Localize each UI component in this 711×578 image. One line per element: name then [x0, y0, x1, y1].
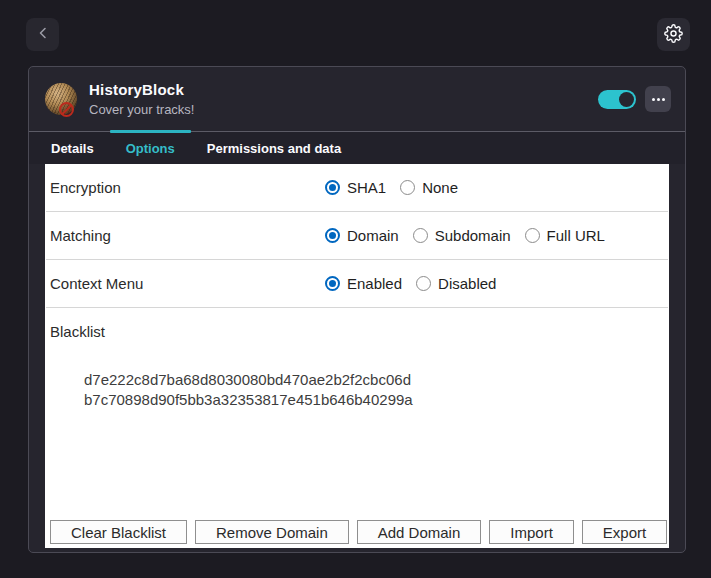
context-menu-label: Context Menu	[50, 275, 325, 292]
detail-tabbar: Details Options Permissions and data	[29, 131, 685, 164]
option-row-matching: Matching Domain Subdomain Full URL	[46, 212, 668, 260]
blacklist-entry[interactable]: b7c70898d90f5bb3a32353817e451b646b40299a	[84, 390, 664, 410]
radio-full-url[interactable]: Full URL	[525, 227, 605, 244]
tab-details[interactable]: Details	[35, 132, 110, 164]
option-row-context-menu: Context Menu Enabled Disabled	[46, 260, 668, 308]
import-button[interactable]: Import	[489, 520, 574, 544]
radio-none[interactable]: None	[400, 179, 458, 196]
radio-button-icon[interactable]	[416, 276, 431, 291]
radio-button-icon[interactable]	[325, 228, 340, 243]
radio-domain[interactable]: Domain	[325, 227, 399, 244]
extension-icon	[45, 83, 77, 115]
tab-permissions[interactable]: Permissions and data	[191, 132, 357, 164]
addons-manager-page: HistoryBlock Cover your tracks! Details …	[0, 0, 711, 578]
toggle-knob	[619, 92, 634, 107]
more-options-button[interactable]	[645, 86, 671, 112]
blacklist-section: Blacklist d7e222c8d7ba68d8030080bd470ae2…	[45, 308, 669, 548]
encryption-label: Encryption	[50, 179, 325, 196]
add-domain-button[interactable]: Add Domain	[357, 520, 482, 544]
extension-detail-card: HistoryBlock Cover your tracks! Details …	[28, 66, 686, 553]
radio-disabled[interactable]: Disabled	[416, 275, 496, 292]
extension-header: HistoryBlock Cover your tracks!	[29, 67, 685, 131]
ellipsis-icon	[652, 98, 655, 101]
header-actions	[598, 86, 671, 112]
chevron-left-icon	[36, 26, 50, 43]
encryption-radio-group: SHA1 None	[325, 179, 458, 196]
prohibition-badge-icon	[59, 102, 74, 117]
enable-toggle[interactable]	[598, 90, 636, 109]
export-button[interactable]: Export	[582, 520, 667, 544]
blacklist-list[interactable]: d7e222c8d7ba68d8030080bd470ae2b2f2cbc06d…	[84, 370, 664, 410]
remove-domain-button[interactable]: Remove Domain	[195, 520, 349, 544]
blacklist-actions: Clear Blacklist Remove Domain Add Domain…	[50, 520, 664, 544]
gear-icon	[664, 24, 683, 46]
radio-button-icon[interactable]	[325, 180, 340, 195]
matching-label: Matching	[50, 227, 325, 244]
radio-subdomain[interactable]: Subdomain	[413, 227, 511, 244]
blacklist-label: Blacklist	[50, 323, 664, 340]
back-button[interactable]	[26, 18, 59, 51]
extension-title-block: HistoryBlock Cover your tracks!	[89, 81, 194, 117]
settings-button[interactable]	[657, 18, 690, 51]
blacklist-entry[interactable]: d7e222c8d7ba68d8030080bd470ae2b2f2cbc06d	[84, 370, 664, 390]
radio-button-icon[interactable]	[400, 180, 415, 195]
clear-blacklist-button[interactable]: Clear Blacklist	[50, 520, 187, 544]
radio-button-icon[interactable]	[413, 228, 428, 243]
matching-radio-group: Domain Subdomain Full URL	[325, 227, 605, 244]
options-panel: Encryption SHA1 None Matching	[45, 164, 669, 548]
radio-button-icon[interactable]	[525, 228, 540, 243]
extension-name: HistoryBlock	[89, 81, 194, 98]
tab-options[interactable]: Options	[110, 132, 191, 164]
radio-enabled[interactable]: Enabled	[325, 275, 402, 292]
extension-tagline: Cover your tracks!	[89, 102, 194, 117]
radio-button-icon[interactable]	[325, 276, 340, 291]
option-row-encryption: Encryption SHA1 None	[46, 164, 668, 212]
radio-sha1[interactable]: SHA1	[325, 179, 386, 196]
context-menu-radio-group: Enabled Disabled	[325, 275, 496, 292]
